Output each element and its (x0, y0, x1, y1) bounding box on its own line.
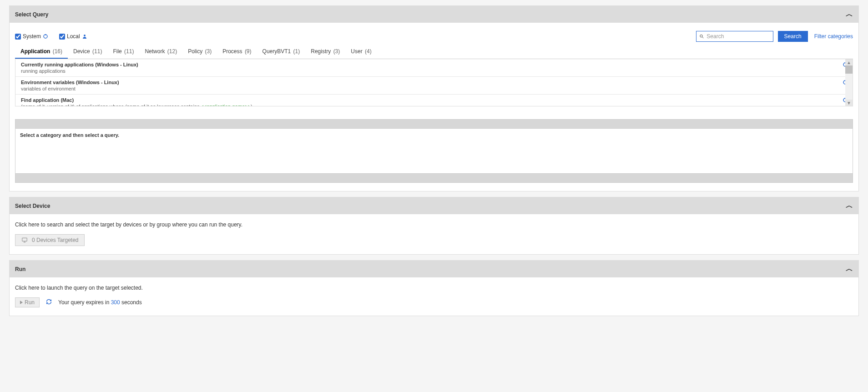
editor-body[interactable]: Select a category and then select a quer… (15, 128, 853, 174)
refresh-icon[interactable] (46, 299, 52, 306)
devices-targeted-button[interactable]: 0 Devices Targeted (15, 234, 85, 246)
run-hint: Click here to launch the query on the ta… (15, 283, 853, 297)
query-desc: (name of it, version of it) of applicati… (21, 104, 840, 106)
run-title: Run (15, 266, 25, 272)
system-label: System (23, 33, 41, 40)
select-query-panel: Select Query ︿ System Local (9, 5, 859, 191)
chevron-up-icon[interactable]: ︿ (846, 201, 853, 211)
search-icon (699, 34, 704, 39)
search-box[interactable] (696, 31, 773, 42)
svg-point-2 (84, 35, 86, 36)
run-header[interactable]: Run ︿ (10, 261, 858, 277)
query-title: Currently running applications (Windows … (21, 62, 840, 67)
search-button[interactable]: Search (778, 31, 808, 42)
query-desc: variables of environment (21, 86, 840, 91)
scroll-down-button[interactable]: ▼ (845, 100, 853, 106)
run-body: Click here to launch the query on the ta… (10, 277, 858, 316)
search-input[interactable] (707, 33, 770, 40)
expire-text: Your query expires in 300 seconds (58, 299, 142, 306)
run-button[interactable]: Run (15, 297, 40, 307)
select-device-body: Click here to search and select the targ… (10, 214, 858, 254)
chevron-up-icon[interactable]: ︿ (846, 10, 853, 19)
tab-application[interactable]: Application (16) (15, 45, 68, 59)
query-row[interactable]: Currently running applications (Windows … (15, 59, 853, 77)
local-checkbox[interactable] (59, 34, 65, 40)
monitor-icon (21, 237, 28, 243)
system-icon (43, 34, 48, 39)
svg-point-3 (700, 35, 702, 37)
query-desc: running applications (21, 68, 840, 74)
filter-categories-link[interactable]: Filter categories (814, 33, 853, 40)
category-tabs: Application (16) Device (11) File (11) N… (15, 45, 853, 59)
user-icon (82, 34, 87, 39)
select-device-header[interactable]: Select Device ︿ (10, 197, 858, 214)
select-query-header[interactable]: Select Query ︿ (10, 6, 858, 23)
query-row[interactable]: Find application (Mac) (name of it, vers… (15, 95, 853, 106)
tab-process[interactable]: Process (9) (217, 45, 257, 59)
run-panel: Run ︿ Click here to launch the query on … (9, 260, 859, 316)
query-title: Environment variables (Windows - Linux) (21, 80, 840, 85)
select-query-title: Select Query (15, 11, 48, 18)
local-label: Local (67, 33, 80, 40)
tab-network[interactable]: Network (12) (139, 45, 182, 59)
select-device-panel: Select Device ︿ Click here to search and… (9, 197, 859, 255)
svg-rect-1 (45, 34, 46, 35)
query-editor: Select a category and then select a quer… (15, 119, 853, 183)
editor-toolbar-bottom (15, 174, 853, 183)
scrollbar[interactable]: ▲ ▼ (845, 59, 853, 106)
local-checkbox-wrap[interactable]: Local (59, 33, 87, 40)
tab-policy[interactable]: Policy (3) (182, 45, 217, 59)
run-button-label: Run (25, 299, 35, 306)
svg-rect-11 (22, 238, 27, 241)
editor-toolbar-top (15, 119, 853, 128)
query-title: Find application (Mac) (21, 97, 840, 103)
run-line: Run Your query expires in 300 seconds (15, 297, 853, 307)
select-query-body: System Local Search Filter categories (10, 23, 858, 191)
tab-user[interactable]: User (4) (345, 45, 377, 59)
filter-row: System Local Search Filter categories (15, 28, 853, 43)
tab-querybvt1[interactable]: QueryBVT1 (1) (257, 45, 306, 59)
tab-device[interactable]: Device (11) (68, 45, 107, 59)
query-row[interactable]: Environment variables (Windows - Linux) … (15, 77, 853, 95)
system-checkbox-wrap[interactable]: System (15, 33, 48, 40)
tab-registry[interactable]: Registry (3) (305, 45, 345, 59)
chevron-up-icon[interactable]: ︿ (846, 264, 853, 274)
devices-targeted-label: 0 Devices Targeted (32, 237, 79, 243)
tab-file[interactable]: File (11) (107, 45, 139, 59)
scroll-thumb[interactable] (845, 65, 853, 74)
select-device-title: Select Device (15, 203, 50, 209)
svg-line-4 (702, 37, 703, 38)
play-icon (20, 301, 23, 304)
query-list: Currently running applications (Windows … (15, 59, 853, 106)
select-device-hint: Click here to search and select the targ… (15, 220, 853, 234)
scroll-up-button[interactable]: ▲ (845, 59, 853, 65)
system-checkbox[interactable] (15, 34, 21, 40)
